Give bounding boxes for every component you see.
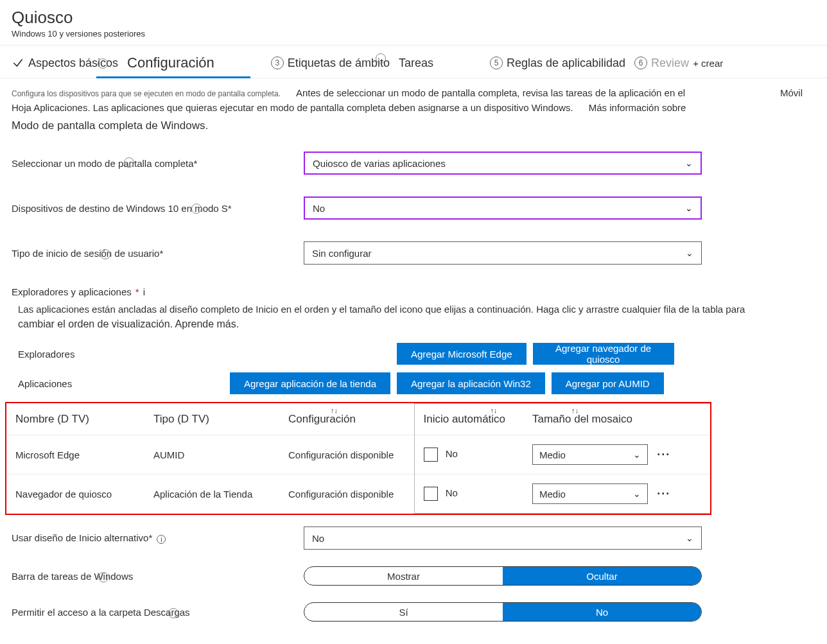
alt-start-label: Usar diseño de Inicio alternativo* i <box>12 532 304 543</box>
col-type[interactable]: Tipo (D TV) <box>144 404 279 435</box>
intro-text-2a: Hoja Aplicaciones. Las aplicaciones que … <box>12 102 573 113</box>
taskbar-show-option[interactable]: Mostrar <box>304 567 503 585</box>
downloads-label: Permitir el acceso a la carpeta Descarga… <box>12 607 304 618</box>
table-row[interactable]: Microsoft Edge AUMID Configuración dispo… <box>6 435 710 474</box>
intro-text-3: Modo de pantalla completa de Windows. <box>12 119 815 132</box>
kiosk-mode-dropdown[interactable]: Quiosco de varias aplicaciones ⌄ <box>304 152 702 175</box>
step-num-5: 5 <box>490 57 503 69</box>
logon-type-value: Sin configurar <box>312 248 372 259</box>
col-name[interactable]: Nombre (D TV) <box>6 404 144 435</box>
col-autolaunch[interactable]: Inicio automático↑↓ <box>414 404 523 435</box>
add-edge-button[interactable]: Agregar Microsoft Edge <box>397 343 527 365</box>
browsers-label: Exploradores <box>18 349 230 360</box>
check-icon <box>12 57 24 69</box>
alt-start-value: No <box>312 533 324 544</box>
apps-section-title: Exploradores y aplicaciones <box>12 286 132 297</box>
taskbar-hide-option[interactable]: Ocultar <box>503 567 701 585</box>
row-more-icon[interactable]: ··· <box>657 487 670 501</box>
intro-text-1a: Configura los dispositivos para que se e… <box>12 89 281 98</box>
autolaunch-value: No <box>446 448 458 459</box>
add-kiosk-browser-button[interactable]: Agregar navegador de quiosco <box>533 343 674 365</box>
alt-start-dropdown[interactable]: No ⌄ <box>304 527 702 550</box>
sort-icon: ↑↓ <box>491 406 498 414</box>
cell-type: Aplicación de la Tienda <box>144 474 279 514</box>
autolaunch-checkbox[interactable] <box>424 448 438 462</box>
step-basics[interactable]: Aspectos básicos <box>12 57 118 70</box>
step-create-label: + crear <box>693 58 723 69</box>
step-num-6: 6 <box>634 57 647 69</box>
chevron-down-icon: ⌄ <box>686 533 693 543</box>
smode-dropdown[interactable]: No ⌄ <box>304 196 702 220</box>
add-aumid-button[interactable]: Agregar por AUMID <box>552 372 664 394</box>
info-icon[interactable]: i <box>143 286 145 297</box>
intro-text-1b: Antes de seleccionar un modo de pantalla… <box>296 87 685 98</box>
apps-section-desc1: Las aplicaciones están ancladas al diseñ… <box>12 304 815 315</box>
step-assignments[interactable]: Tareas <box>399 57 433 70</box>
smode-label-text: Dispositivos de destino de Windows 10 en… <box>12 203 232 214</box>
step-applicability[interactable]: 5 Reglas de aplicabilidad <box>490 57 625 70</box>
step-scope-tags[interactable]: 3 Etiquetas de ámbito <box>271 57 390 70</box>
chevron-down-icon: ⌄ <box>633 449 641 460</box>
chevron-down-icon: ⌄ <box>685 158 693 168</box>
tilesize-dropdown[interactable]: Medio ⌄ <box>532 444 648 465</box>
chevron-down-icon: ⌄ <box>633 489 641 499</box>
page-subtitle: Windows 10 y versiones posteriores <box>12 29 815 39</box>
step-assignments-label: Tareas <box>399 57 433 70</box>
wizard-stepper: Aspectos básicos Configuración 3 Etiquet… <box>0 46 827 78</box>
downloads-toggle[interactable]: Sí No <box>304 602 702 622</box>
required-indicator: * <box>135 286 139 297</box>
intro-text-mobile: Móvil <box>780 87 803 98</box>
kiosk-mode-label: Seleccionar un modo de pantalla completa… <box>12 158 304 169</box>
tilesize-value: Medio <box>539 489 566 500</box>
taskbar-label: Barra de tareas de Windows <box>12 571 304 582</box>
logon-type-label: Tipo de inicio de sesión de usuario* <box>12 248 304 259</box>
chevron-down-icon: ⌄ <box>685 203 693 213</box>
tilesize-dropdown[interactable]: Medio ⌄ <box>532 483 648 504</box>
cell-name: Microsoft Edge <box>6 435 144 474</box>
step-review-label: Review <box>651 57 689 70</box>
step-basics-label: Aspectos básicos <box>28 57 118 70</box>
autolaunch-value: No <box>446 487 458 498</box>
apps-section-header: Exploradores y aplicaciones * i <box>12 286 815 297</box>
apps-section-desc2: cambiar el orden de visualización. Apren… <box>12 318 815 330</box>
row-more-icon[interactable]: ··· <box>657 448 670 462</box>
tilesize-value: Medio <box>539 449 566 460</box>
cell-type: AUMID <box>144 435 279 474</box>
autolaunch-checkbox[interactable] <box>424 487 438 501</box>
step-configuration-label: Configuración <box>127 55 214 71</box>
downloads-no-option[interactable]: No <box>503 603 701 621</box>
learn-more-link[interactable]: Más información sobre <box>589 102 686 113</box>
add-store-app-button[interactable]: Agregar aplicación de la tienda <box>230 372 390 394</box>
apps-table: Nombre (D TV) Tipo (D TV) Configuración↑… <box>6 403 710 514</box>
step-review[interactable]: 6 Review + crear <box>634 57 723 70</box>
sort-icon: ↑↓ <box>571 406 579 414</box>
apps-label: Aplicaciones <box>18 378 230 389</box>
step-scope-tags-label: Etiquetas de ámbito <box>288 57 390 70</box>
active-step-indicator <box>96 76 250 78</box>
cell-name: Navegador de quiosco <box>6 474 144 514</box>
apps-table-highlight: Nombre (D TV) Tipo (D TV) Configuración↑… <box>5 402 711 515</box>
col-tilesize[interactable]: Tamaño del mosaico↑↓ <box>523 404 710 435</box>
downloads-yes-option[interactable]: Sí <box>304 603 503 621</box>
step-applicability-label: Reglas de aplicabilidad <box>507 57 625 70</box>
info-icon[interactable]: i <box>157 535 166 544</box>
step-configuration[interactable]: Configuración <box>127 55 214 71</box>
col-config[interactable]: Configuración↑↓ <box>279 404 414 435</box>
logon-type-dropdown[interactable]: Sin configurar ⌄ <box>304 241 702 265</box>
taskbar-toggle[interactable]: Mostrar Ocultar <box>304 566 702 586</box>
add-win32-app-button[interactable]: Agregar la aplicación Win32 <box>397 372 545 394</box>
page-title: Quiosco <box>12 8 815 28</box>
kiosk-mode-value: Quiosco de varias aplicaciones <box>313 158 446 169</box>
cell-config[interactable]: Configuración disponible <box>279 474 414 514</box>
downloads-label-text: Permitir el acceso a la carpeta Descarga… <box>12 607 190 618</box>
sort-icon: ↑↓ <box>331 406 338 414</box>
alt-start-label-text: Usar diseño de Inicio alternativo* <box>12 532 152 543</box>
step-num-3: 3 <box>271 57 284 69</box>
smode-value: No <box>313 203 325 214</box>
chevron-down-icon: ⌄ <box>686 248 693 258</box>
smode-label: Dispositivos de destino de Windows 10 en… <box>12 203 304 214</box>
table-row[interactable]: Navegador de quiosco Aplicación de la Ti… <box>6 474 710 514</box>
cell-config[interactable]: Configuración disponible <box>279 435 414 474</box>
